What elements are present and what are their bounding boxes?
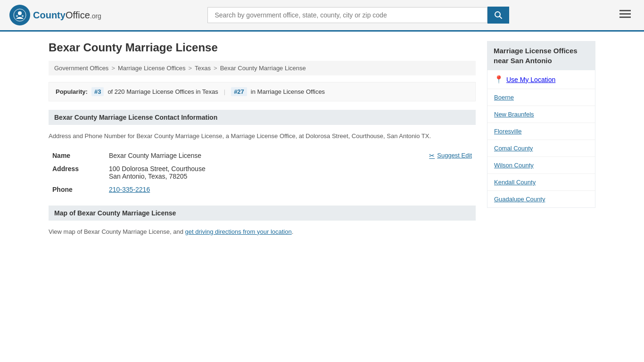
popularity-label: Popularity: bbox=[56, 88, 88, 95]
sidebar-item-floresville: Floresville bbox=[487, 123, 595, 140]
phone-label: Phone bbox=[49, 183, 105, 196]
address-line1: 100 Dolorosa Street, Courthouse bbox=[109, 165, 472, 173]
popularity-rank2: #27 bbox=[231, 87, 247, 96]
svg-point-2 bbox=[16, 15, 18, 17]
sidebar-link-wilson-county[interactable]: Wilson County bbox=[494, 162, 534, 169]
phone-link[interactable]: 210-335-2216 bbox=[109, 186, 150, 193]
map-desc-after: . bbox=[292, 228, 294, 235]
sidebar-link-kendall-county[interactable]: Kendall County bbox=[494, 179, 536, 186]
logo-text: CountyOffice.org bbox=[33, 10, 101, 21]
site-header: CountyOffice.org bbox=[0, 0, 644, 32]
popularity-rank1: #3 bbox=[91, 87, 104, 96]
breadcrumb-item-gov[interactable]: Government Offices bbox=[54, 65, 108, 72]
map-section-header: Map of Bexar County Marriage License bbox=[49, 206, 476, 221]
breadcrumb-sep-3: > bbox=[214, 65, 217, 72]
content-area: Bexar County Marriage License Government… bbox=[49, 41, 476, 237]
sidebar-item-guadalupe-county: Guadalupe County bbox=[487, 191, 595, 207]
popularity-rank2-text: in Marriage License Offices bbox=[251, 88, 325, 95]
driving-directions-link[interactable]: get driving directions from your locatio… bbox=[185, 228, 292, 235]
name-value: Bexar County Marriage License ✂ Suggest … bbox=[105, 149, 476, 162]
popularity-sep: | bbox=[224, 88, 225, 95]
sidebar-link-comal-county[interactable]: Comal County bbox=[494, 145, 533, 152]
svg-rect-7 bbox=[619, 13, 631, 15]
popularity-bar: Popularity: #3 of 220 Marriage License O… bbox=[49, 82, 476, 101]
contact-section-header: Bexar County Marriage License Contact In… bbox=[49, 110, 476, 125]
breadcrumb-item-marriage[interactable]: Marriage License Offices bbox=[118, 65, 186, 72]
logo-icon bbox=[9, 5, 30, 25]
table-row-name: Name Bexar County Marriage License ✂ Sug… bbox=[49, 149, 476, 162]
sidebar-link-boerne[interactable]: Boerne bbox=[494, 94, 514, 101]
search-button[interactable] bbox=[487, 7, 509, 24]
sidebar-link-new-braunfels[interactable]: New Braunfels bbox=[494, 111, 534, 118]
hamburger-icon bbox=[619, 10, 631, 18]
table-row-address: Address 100 Dolorosa Street, Courthouse … bbox=[49, 162, 476, 183]
search-icon bbox=[494, 11, 503, 19]
map-description: View map of Bexar County Marriage Licens… bbox=[49, 227, 476, 237]
contact-description: Address and Phone Number for Bexar Count… bbox=[49, 132, 476, 141]
suggest-edit-button[interactable]: ✂ Suggest Edit bbox=[429, 152, 472, 159]
logo-area: CountyOffice.org bbox=[9, 5, 101, 25]
page-title: Bexar County Marriage License bbox=[49, 41, 476, 54]
search-area bbox=[207, 7, 509, 24]
sidebar-link-floresville[interactable]: Floresville bbox=[494, 128, 522, 135]
sidebar-item-new-braunfels: New Braunfels bbox=[487, 106, 595, 123]
sidebar-item-comal-county: Comal County bbox=[487, 140, 595, 157]
popularity-rank1-text: of 220 Marriage License Offices in Texas bbox=[107, 88, 218, 95]
header-right bbox=[616, 7, 635, 23]
menu-button[interactable] bbox=[616, 7, 635, 23]
sidebar-use-location[interactable]: 📍 Use My Location bbox=[487, 70, 595, 89]
main-container: Bexar County Marriage License Government… bbox=[39, 32, 605, 247]
sidebar-item-boerne: Boerne bbox=[487, 89, 595, 106]
map-desc-before: View map of Bexar County Marriage Licens… bbox=[49, 228, 185, 235]
table-row-phone: Phone 210-335-2216 bbox=[49, 183, 476, 196]
location-pin-icon: 📍 bbox=[494, 75, 504, 84]
sidebar-title: Marriage License Offices near San Antoni… bbox=[487, 41, 595, 70]
address-value: 100 Dolorosa Street, Courthouse San Anto… bbox=[105, 162, 476, 183]
sidebar-list: 📍 Use My Location Boerne New Braunfels F… bbox=[487, 70, 595, 208]
search-input[interactable] bbox=[207, 7, 487, 23]
sidebar: Marriage License Offices near San Antoni… bbox=[487, 41, 595, 237]
sidebar-link-guadalupe-county[interactable]: Guadalupe County bbox=[494, 196, 545, 203]
svg-rect-8 bbox=[619, 16, 631, 18]
sidebar-item-wilson-county: Wilson County bbox=[487, 157, 595, 174]
name-label: Name bbox=[49, 149, 105, 162]
sidebar-item-kendall-county: Kendall County bbox=[487, 174, 595, 191]
svg-point-1 bbox=[18, 11, 22, 15]
edit-icon: ✂ bbox=[429, 152, 435, 159]
svg-point-3 bbox=[22, 15, 24, 17]
breadcrumb-sep-2: > bbox=[189, 65, 192, 72]
phone-value: 210-335-2216 bbox=[105, 183, 476, 196]
breadcrumb: Government Offices > Marriage License Of… bbox=[49, 61, 476, 75]
breadcrumb-sep-1: > bbox=[111, 65, 115, 72]
breadcrumb-item-texas[interactable]: Texas bbox=[195, 65, 211, 72]
address-label: Address bbox=[49, 162, 105, 183]
use-my-location-link[interactable]: Use My Location bbox=[506, 76, 555, 83]
svg-rect-6 bbox=[619, 10, 631, 11]
address-line2: San Antonio, Texas, 78205 bbox=[109, 173, 472, 180]
svg-line-5 bbox=[500, 16, 502, 19]
contact-info-table: Name Bexar County Marriage License ✂ Sug… bbox=[49, 149, 476, 196]
breadcrumb-item-current: Bexar County Marriage License bbox=[220, 65, 306, 72]
